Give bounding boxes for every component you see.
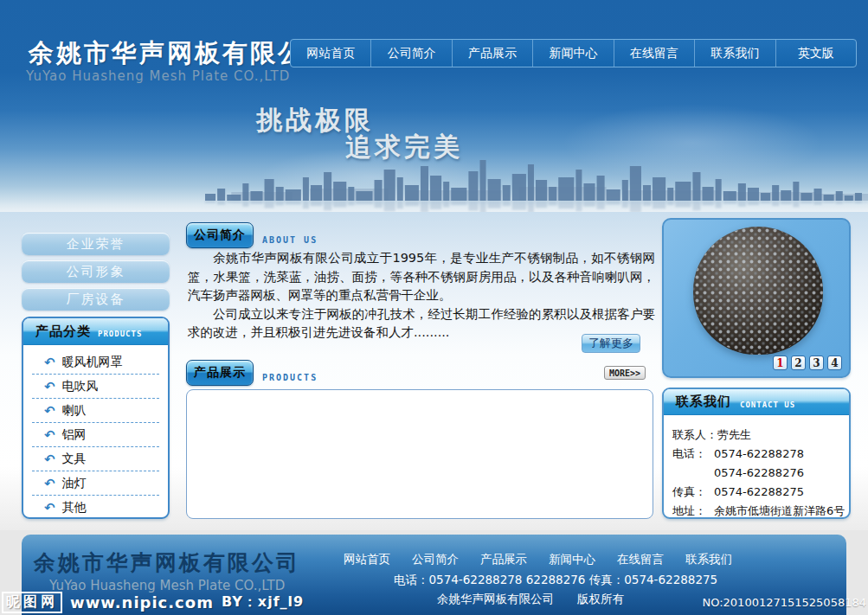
sidebar-button-equipment[interactable]: 厂房设备 bbox=[22, 288, 170, 311]
nav-item[interactable]: 新闻中心 bbox=[532, 40, 613, 67]
footer-phone-line: 电话：0574-62288278 62288276 传真：0574-622882… bbox=[394, 573, 717, 588]
product-category-item[interactable]: ↶ 喇叭 bbox=[32, 399, 159, 423]
product-category-title-en: PRODUCTS bbox=[98, 330, 142, 338]
contact-line-value: 0574-62288276 bbox=[714, 466, 804, 479]
product-category-item[interactable]: ↶ 文具 bbox=[32, 447, 159, 471]
gallery-page-button[interactable]: 3 bbox=[809, 356, 824, 370]
product-category-label: 暖风机网罩 bbox=[62, 355, 123, 370]
contact-details: 联系人：劳先生 电话：0574-62288278 0574-62288276 传… bbox=[664, 415, 849, 519]
product-category-label: 铝网 bbox=[62, 427, 87, 443]
header-banner: 余姚市华声网板有限公司 YuYao Huasheng Mesh Plate CO… bbox=[0, 0, 868, 212]
contact-line: 传真：0574-62288275 bbox=[672, 483, 844, 502]
nav-item[interactable]: 联系我们 bbox=[694, 40, 775, 67]
company-intro-text: 余姚市华声网板有限公司成立于1995年，是专业生产不锈钢制品，如不锈钢网篮，水果… bbox=[188, 249, 655, 343]
product-category-label: 电吹风 bbox=[62, 379, 99, 394]
footer-nav-item[interactable]: 公司简介 bbox=[412, 552, 459, 567]
curved-arrow-icon: ↶ bbox=[44, 355, 55, 370]
site-watermark: 昵图网 www.nipic.com BY：xjf_l9 bbox=[2, 592, 304, 613]
contact-panel: 联系我们 CONTACT US 联系人：劳先生 电话：0574-62288278… bbox=[662, 388, 851, 519]
curved-arrow-icon: ↶ bbox=[44, 427, 55, 443]
curved-arrow-icon: ↶ bbox=[44, 500, 55, 516]
contact-title-en: CONTACT US bbox=[740, 400, 795, 409]
watermark-author: BY：xjf_l9 bbox=[222, 593, 304, 612]
contact-line: 联系人：劳先生 bbox=[672, 426, 844, 445]
nav-item[interactable]: 公司简介 bbox=[370, 40, 451, 67]
product-category-item[interactable]: ↶ 铝网 bbox=[32, 423, 159, 447]
products-section-label-en: PRODUCTS bbox=[262, 373, 318, 382]
company-logo-en: YuYao Huasheng Mesh Plate CO.,LTD bbox=[26, 68, 290, 84]
curved-arrow-icon: ↶ bbox=[44, 476, 55, 491]
contact-line: 地址：余姚市低塘街道新洋路6号 bbox=[672, 502, 844, 519]
gallery-pagination: 1234 bbox=[773, 356, 842, 370]
products-section-button[interactable]: 产品展示 bbox=[186, 360, 254, 386]
product-category-list: ↶ 暖风机网罩 ↶ 电吹风 ↶ 喇叭 ↶ 铝网 ↶ 文具 ↶ 油灯 ↶ 其他 bbox=[23, 345, 168, 519]
gallery-page-button[interactable]: 2 bbox=[791, 356, 806, 370]
nav-item[interactable]: 在线留言 bbox=[614, 40, 694, 67]
footer-company-name-cn: 余姚市华声网板有限公司 bbox=[34, 548, 300, 577]
footer-navigation: 网站首页公司简介产品展示新闻中心在线留言联系我们 bbox=[344, 552, 732, 567]
company-intro-paragraph1: 余姚市华声网板有限公司成立于1995年，是专业生产不锈钢制品，如不锈钢网篮，水果… bbox=[188, 249, 655, 305]
company-logo-cn: 余姚市华声网板有限公司 bbox=[29, 36, 333, 71]
footer-nav-item[interactable]: 联系我们 bbox=[685, 552, 732, 567]
product-category-header: 产品分类 PRODUCTS bbox=[23, 318, 168, 345]
curved-arrow-icon: ↶ bbox=[44, 452, 55, 467]
product-category-item[interactable]: ↶ 其他 bbox=[32, 496, 159, 519]
curved-arrow-icon: ↶ bbox=[44, 379, 55, 394]
contact-line: 电话：0574-62288278 bbox=[672, 445, 844, 464]
learn-more-button[interactable]: 了解更多 bbox=[582, 334, 640, 353]
contact-panel-header: 联系我们 CONTACT US bbox=[664, 389, 849, 415]
gallery-page-button[interactable]: 4 bbox=[827, 356, 842, 370]
contact-line-value: 0574-62288275 bbox=[714, 485, 804, 498]
product-category-title: 产品分类 bbox=[35, 324, 91, 340]
nav-item[interactable]: 英文版 bbox=[775, 40, 856, 67]
footer-nav-item[interactable]: 在线留言 bbox=[617, 552, 664, 567]
contact-line-label: 地址： bbox=[672, 502, 714, 519]
contact-line-value: 余姚市低塘街道新洋路6号 bbox=[714, 504, 845, 517]
product-category-label: 其他 bbox=[62, 500, 87, 516]
city-skyline-reflection bbox=[205, 201, 868, 212]
contact-title: 联系我们 bbox=[676, 394, 731, 410]
contact-line-value: 劳先生 bbox=[717, 428, 751, 441]
contact-line-value: 0574-62288278 bbox=[714, 447, 804, 460]
footer-nav-item[interactable]: 产品展示 bbox=[480, 552, 527, 567]
product-category-panel: 产品分类 PRODUCTS ↶ 暖风机网罩 ↶ 电吹风 ↶ 喇叭 ↶ 铝网 ↶ … bbox=[22, 317, 170, 519]
product-gallery-panel: 1234 bbox=[662, 218, 851, 378]
main-navigation: 网站首页公司简介产品展示新闻中心在线留言联系我们英文版 bbox=[290, 39, 857, 67]
contact-line-label: 电话： bbox=[672, 445, 714, 464]
products-display-box bbox=[186, 389, 653, 519]
product-category-item[interactable]: ↶ 暖风机网罩 bbox=[32, 350, 159, 375]
curved-arrow-icon: ↶ bbox=[44, 403, 55, 419]
contact-line: 0574-62288276 bbox=[672, 464, 844, 483]
sidebar-button-honor[interactable]: 企业荣誉 bbox=[22, 233, 170, 255]
about-section-button[interactable]: 公司简介 bbox=[186, 222, 254, 248]
product-category-label: 喇叭 bbox=[62, 403, 87, 419]
product-image-mesh-dome bbox=[693, 227, 823, 355]
nav-item[interactable]: 网站首页 bbox=[291, 40, 370, 67]
gallery-page-button[interactable]: 1 bbox=[773, 356, 788, 370]
page: 余姚市华声网板有限公司 YuYao Huasheng Mesh Plate CO… bbox=[0, 0, 868, 615]
product-category-label: 油灯 bbox=[62, 476, 87, 491]
city-skyline-illustration bbox=[205, 145, 868, 201]
contact-line-label: 联系人： bbox=[672, 426, 717, 445]
product-category-item[interactable]: ↶ 电吹风 bbox=[32, 375, 159, 399]
product-category-item[interactable]: ↶ 油灯 bbox=[32, 471, 159, 496]
about-section-label-en: ABOUT US bbox=[262, 235, 318, 245]
footer-nav-item[interactable]: 网站首页 bbox=[344, 552, 390, 567]
products-more-button[interactable]: MORE>> bbox=[604, 366, 646, 380]
nav-item[interactable]: 产品展示 bbox=[452, 40, 532, 67]
footer-copyright: 余姚华声网板有限公司 版权所有 bbox=[437, 592, 624, 607]
footer-serial-number: NO:20100127151525058184 bbox=[702, 596, 866, 609]
watermark-site-url: www.nipic.com bbox=[70, 593, 214, 612]
footer-nav-item[interactable]: 新闻中心 bbox=[549, 552, 595, 567]
watermark-site-name: 昵图网 bbox=[2, 592, 62, 613]
contact-line-label: 传真： bbox=[672, 483, 714, 502]
sidebar-button-image[interactable]: 公司形象 bbox=[22, 260, 170, 283]
product-category-label: 文具 bbox=[62, 452, 87, 467]
